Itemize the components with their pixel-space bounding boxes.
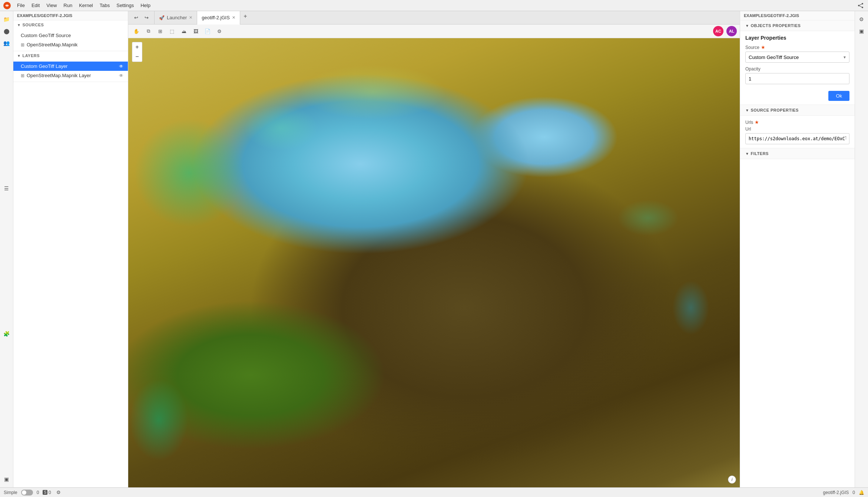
redo-button[interactable]: ↪ bbox=[142, 13, 151, 23]
statusbar-right-label: geotiff-2.jGIS bbox=[823, 490, 849, 495]
toolbar-grid-button[interactable]: ⊞ bbox=[155, 26, 165, 36]
layer-item-label: Custom GeoTiff Layer bbox=[21, 63, 67, 69]
statusbar-num2-value: 0 bbox=[49, 490, 51, 495]
tab-launcher-icon: 🚀 bbox=[159, 15, 165, 20]
source-properties-chevron-icon: ▼ bbox=[745, 108, 749, 112]
toolbar-gear-button[interactable]: ⚙ bbox=[214, 26, 225, 36]
toolbar-select-button[interactable]: ⬚ bbox=[167, 26, 177, 36]
toolbar-pan-button[interactable]: ✋ bbox=[131, 26, 142, 36]
source-select[interactable]: Custom GeoTiff Source bbox=[745, 52, 849, 63]
source-properties-section: Urls ★ Url bbox=[740, 116, 855, 148]
source-item-label: Custom GeoTiff Source bbox=[21, 33, 71, 38]
toolbar-terrain-button[interactable]: ⛰ bbox=[179, 26, 189, 36]
layer-item-osm-label: OpenStreetMap.Mapnik Layer bbox=[27, 73, 91, 78]
sidebar-icon-people[interactable]: 👥 bbox=[1, 38, 12, 48]
avatar-al[interactable]: AL bbox=[726, 26, 737, 36]
layer-grid-icon: ⊞ bbox=[21, 73, 24, 78]
center-area: ↩ ↪ 🚀 Launcher ✕ geotiff-2.jGIS ✕ + ✋ ⧉ … bbox=[128, 11, 740, 487]
layer-visibility-icon[interactable]: 👁 bbox=[119, 64, 123, 69]
avatar-ac[interactable]: AC bbox=[713, 26, 723, 36]
source-select-wrapper: Custom GeoTiff Source ▼ bbox=[745, 52, 849, 63]
map-info-button[interactable]: i bbox=[728, 475, 736, 484]
undo-button[interactable]: ↩ bbox=[131, 13, 141, 23]
statusbar-num1-value: 0 bbox=[37, 490, 39, 495]
tab-launcher[interactable]: 🚀 Launcher ✕ bbox=[155, 11, 197, 24]
right-icon-window[interactable]: ▣ bbox=[857, 26, 867, 36]
map-overlay bbox=[128, 38, 740, 487]
layer-properties-title: Layer Properties bbox=[745, 35, 849, 41]
statusbar-toggle[interactable] bbox=[21, 490, 33, 496]
statusbar-num1: 0 bbox=[37, 490, 39, 495]
right-icon-gear[interactable]: ⚙ bbox=[857, 14, 867, 24]
svg-line-5 bbox=[859, 6, 862, 7]
notebook-tabs-bar: ↩ ↪ 🚀 Launcher ✕ geotiff-2.jGIS ✕ + bbox=[128, 11, 740, 24]
zoom-out-button[interactable]: − bbox=[132, 52, 142, 62]
tab-launcher-label: Launcher bbox=[167, 15, 187, 20]
statusbar-bell-icon[interactable]: 🔔 bbox=[859, 490, 864, 495]
tab-launcher-close[interactable]: ✕ bbox=[189, 15, 192, 20]
sources-chevron-icon: ▼ bbox=[17, 23, 21, 27]
map-area[interactable]: + − i bbox=[128, 38, 740, 487]
urls-field-label: Urls ★ bbox=[745, 119, 849, 125]
menu-settings[interactable]: Settings bbox=[113, 1, 137, 9]
ok-button[interactable]: Ok bbox=[828, 91, 849, 101]
sidebar-icon-puzzle[interactable]: 🧩 bbox=[1, 329, 12, 339]
zoom-in-button[interactable]: + bbox=[132, 42, 142, 52]
share-button[interactable] bbox=[856, 1, 865, 10]
left-icon-sidebar: 📁 ⬤ 👥 ☰ 🧩 ▣ bbox=[0, 11, 13, 487]
layer-properties-section: Layer Properties Source ★ Custom GeoTiff… bbox=[740, 31, 855, 105]
menu-edit[interactable]: Edit bbox=[29, 1, 43, 9]
source-item-osm[interactable]: ⊞ OpenStreetMap.Mapnik bbox=[13, 40, 128, 49]
menu-help[interactable]: Help bbox=[138, 1, 153, 9]
toggle-track[interactable] bbox=[21, 490, 33, 496]
sources-section-header[interactable]: ▼ SOURCES bbox=[13, 20, 128, 29]
source-field-label: Source ★ bbox=[745, 45, 849, 50]
map-toolbar: ✋ ⧉ ⊞ ⬚ ⛰ 🖼 📄 ⚙ AC AL bbox=[128, 24, 740, 38]
url-input[interactable] bbox=[745, 133, 849, 144]
filters-subsection[interactable]: ▼ FILTERS bbox=[740, 148, 855, 159]
objects-properties-header[interactable]: ▼ OBJECTS PROPERTIES bbox=[740, 20, 855, 31]
filters-label: FILTERS bbox=[751, 151, 769, 156]
layer-item-custom-geotiff[interactable]: Custom GeoTiff Layer 👁 bbox=[13, 62, 128, 71]
statusbar-s-badge: S bbox=[43, 490, 47, 495]
right-panel: EXAMPLES/GEOTIFF-2.JGIS ▼ OBJECTS PROPER… bbox=[740, 11, 855, 487]
sidebar-icon-circle[interactable]: ⬤ bbox=[1, 26, 12, 36]
source-item-osm-label: OpenStreetMap.Mapnik bbox=[27, 42, 77, 47]
sidebar-icon-square[interactable]: ▣ bbox=[1, 474, 12, 484]
map-background bbox=[128, 38, 740, 487]
toolbar-layers-button[interactable]: ⧉ bbox=[143, 26, 153, 36]
opacity-field-label: Opacity bbox=[745, 66, 849, 72]
tab-geotiff-close[interactable]: ✕ bbox=[232, 15, 235, 20]
sidebar-icon-list[interactable]: ☰ bbox=[1, 183, 12, 194]
objects-properties-chevron-icon: ▼ bbox=[745, 24, 749, 28]
sources-section: ▼ SOURCES Custom GeoTiff Source ⊞ OpenSt… bbox=[13, 20, 128, 51]
layer-osm-visibility-icon[interactable]: 👁 bbox=[119, 73, 123, 78]
menu-file[interactable]: File bbox=[14, 1, 28, 9]
left-panel-filepath: EXAMPLES/GEOTIFF-2.JGIS bbox=[13, 11, 128, 20]
left-panel: EXAMPLES/GEOTIFF-2.JGIS ▼ SOURCES Custom… bbox=[13, 11, 128, 487]
menu-view[interactable]: View bbox=[43, 1, 60, 9]
menu-tabs[interactable]: Tabs bbox=[97, 1, 113, 9]
toolbar-image-button[interactable]: 🖼 bbox=[191, 26, 201, 36]
source-item-custom-geotiff[interactable]: Custom GeoTiff Source bbox=[13, 31, 128, 40]
tab-geotiff[interactable]: geotiff-2.jGIS ✕ bbox=[197, 11, 240, 24]
layers-section-header[interactable]: ▼ LAYERS bbox=[13, 51, 128, 60]
menu-kernel[interactable]: Kernel bbox=[76, 1, 96, 9]
tab-add-button[interactable]: + bbox=[240, 11, 251, 22]
opacity-input[interactable] bbox=[745, 73, 849, 84]
url-sublabel: Url bbox=[745, 126, 849, 132]
source-properties-label: Source Properties bbox=[751, 108, 799, 112]
sources-label: SOURCES bbox=[22, 23, 44, 27]
sidebar-icon-folder[interactable]: 📁 bbox=[1, 14, 12, 24]
opacity-input-wrapper bbox=[745, 73, 849, 84]
tab-toolbar: ↩ ↪ bbox=[128, 11, 155, 24]
menu-run[interactable]: Run bbox=[60, 1, 75, 9]
source-properties-subsection[interactable]: ▼ Source Properties bbox=[740, 105, 855, 116]
map-zoom-controls: + − bbox=[132, 42, 142, 62]
statusbar-right-num: 0 bbox=[852, 490, 855, 495]
statusbar-settings-icon[interactable]: ⚙ bbox=[55, 489, 62, 496]
layer-item-osm[interactable]: ⊞ OpenStreetMap.Mapnik Layer 👁 bbox=[13, 71, 128, 80]
toolbar-file-button[interactable]: 📄 bbox=[202, 26, 213, 36]
toggle-thumb bbox=[22, 490, 26, 495]
tabs-list: 🚀 Launcher ✕ geotiff-2.jGIS ✕ + bbox=[155, 11, 740, 24]
